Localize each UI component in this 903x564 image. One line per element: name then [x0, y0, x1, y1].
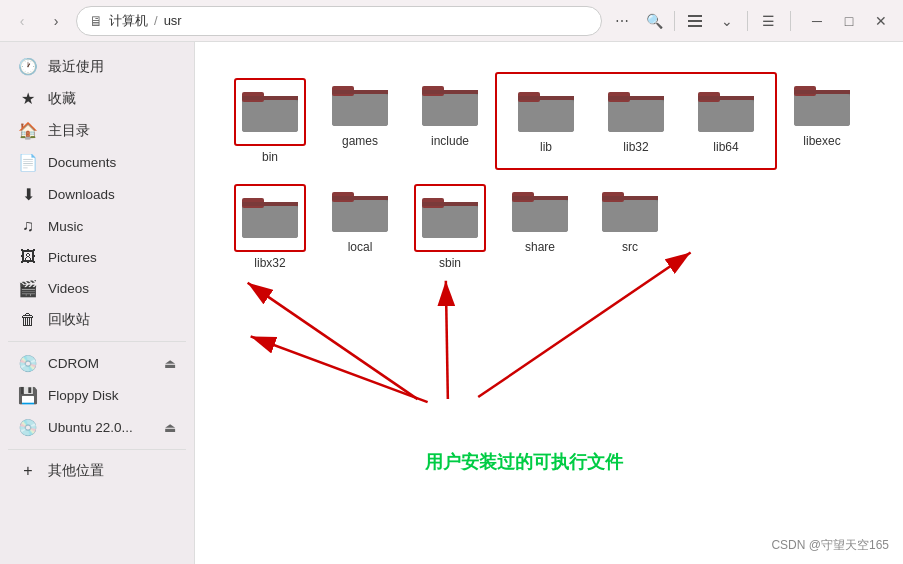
lib-folder-icon	[516, 84, 576, 136]
separator	[674, 11, 675, 31]
toolbar-right: ⋯ 🔍 ⌄ ☰	[608, 7, 782, 35]
games-label: games	[342, 134, 378, 148]
sidebar-item-other[interactable]: + 其他位置	[4, 456, 190, 486]
view-toggle-button[interactable]: ⌄	[713, 7, 741, 35]
folder-lib[interactable]: lib	[501, 78, 591, 164]
titlebar: ‹ › 🖥 计算机 / usr ⋯ 🔍 ⌄ ☰ ─ □ ✕	[0, 0, 903, 42]
svg-rect-34	[242, 202, 298, 206]
svg-rect-18	[518, 96, 574, 100]
sidebar-item-home[interactable]: 🏠 主目录	[4, 115, 190, 146]
sidebar-label-favorites: 收藏	[48, 90, 76, 108]
svg-rect-2	[688, 25, 702, 27]
include-label: include	[431, 134, 469, 148]
sidebar-label-recent: 最近使用	[48, 58, 104, 76]
search-button[interactable]: 🔍	[640, 7, 668, 35]
more-button[interactable]: ⋯	[608, 7, 636, 35]
sidebar-item-favorites[interactable]: ★ 收藏	[4, 83, 190, 114]
eject-ubuntu-button[interactable]: ⏏	[164, 420, 176, 435]
sidebar-item-pictures[interactable]: 🖼 Pictures	[4, 242, 190, 272]
location-root: 计算机	[109, 12, 148, 30]
lib32-folder-icon	[606, 84, 666, 136]
folder-include[interactable]: include	[405, 72, 495, 170]
svg-rect-24	[698, 100, 754, 132]
address-path: usr	[164, 13, 182, 28]
bin-label: bin	[262, 150, 278, 164]
lib32-label: lib32	[623, 140, 648, 154]
svg-rect-30	[794, 90, 850, 94]
window-controls: ─ □ ✕	[803, 7, 895, 35]
include-folder-icon	[420, 78, 480, 130]
share-folder-icon	[510, 184, 570, 236]
sidebar-label-trash: 回收站	[48, 311, 90, 329]
sidebar-divider2	[8, 449, 186, 450]
sidebar-item-downloads[interactable]: ⬇ Downloads	[4, 179, 190, 210]
recent-icon: 🕐	[18, 57, 38, 76]
folder-lib64[interactable]: lib64	[681, 78, 771, 164]
folder-sbin[interactable]: sbin	[405, 178, 495, 276]
lib64-label: lib64	[713, 140, 738, 154]
svg-line-54	[251, 336, 428, 402]
address-bar[interactable]: 🖥 计算机 / usr	[76, 6, 602, 36]
sidebar-item-cdrom[interactable]: 💿 CDROM ⏏	[4, 348, 190, 379]
folder-src[interactable]: src	[585, 178, 675, 276]
pictures-icon: 🖼	[18, 248, 38, 266]
downloads-icon: ⬇	[18, 185, 38, 204]
bin-folder-icon	[240, 84, 300, 136]
close-button[interactable]: ✕	[867, 7, 895, 35]
svg-rect-4	[242, 100, 298, 132]
back-button[interactable]: ‹	[8, 7, 36, 35]
favorites-icon: ★	[18, 89, 38, 108]
sidebar-item-floppy[interactable]: 💾 Floppy Disk	[4, 380, 190, 411]
annotation-text: 用户安装过的可执行文件	[425, 450, 623, 474]
sidebar-item-trash[interactable]: 🗑 回收站	[4, 305, 190, 335]
games-folder-icon	[330, 78, 390, 130]
src-label: src	[622, 240, 638, 254]
svg-rect-14	[422, 90, 478, 94]
menu-button[interactable]: ☰	[754, 7, 782, 35]
main-area: 🕐 最近使用 ★ 收藏 🏠 主目录 📄 Documents ⬇ Download…	[0, 42, 903, 564]
forward-button[interactable]: ›	[42, 7, 70, 35]
libexec-label: libexec	[803, 134, 840, 148]
local-folder-icon	[330, 184, 390, 236]
lib-label: lib	[540, 140, 552, 154]
address-separator: /	[154, 13, 158, 28]
maximize-button[interactable]: □	[835, 7, 863, 35]
sidebar-item-videos[interactable]: 🎬 Videos	[4, 273, 190, 304]
eject-cdrom-button[interactable]: ⏏	[164, 356, 176, 371]
location-icon: 🖥	[89, 13, 103, 29]
view-list-button[interactable]	[681, 7, 709, 35]
file-area: bin games includ	[195, 42, 903, 564]
svg-rect-10	[332, 90, 388, 94]
src-folder-icon	[600, 184, 660, 236]
sidebar-item-ubuntu[interactable]: 💿 Ubuntu 22.0... ⏏	[4, 412, 190, 443]
svg-rect-16	[518, 100, 574, 132]
svg-line-53	[446, 281, 448, 399]
sidebar-item-documents[interactable]: 📄 Documents	[4, 147, 190, 178]
folder-games[interactable]: games	[315, 72, 405, 170]
libexec-folder-icon	[792, 78, 852, 130]
svg-rect-28	[794, 94, 850, 126]
folder-bin[interactable]: bin	[225, 72, 315, 170]
home-icon: 🏠	[18, 121, 38, 140]
lib64-folder-icon	[696, 84, 756, 136]
libx32-folder-icon	[240, 190, 300, 242]
svg-rect-8	[332, 94, 388, 126]
svg-rect-48	[602, 200, 658, 232]
sidebar-item-recent[interactable]: 🕐 最近使用	[4, 51, 190, 82]
sidebar-item-music[interactable]: ♫ Music	[4, 211, 190, 241]
folder-row-1: bin games includ	[215, 62, 883, 170]
svg-rect-50	[602, 196, 658, 200]
svg-rect-20	[608, 100, 664, 132]
sbin-folder-icon	[420, 190, 480, 242]
folder-lib32[interactable]: lib32	[591, 78, 681, 164]
folder-libexec[interactable]: libexec	[777, 72, 867, 170]
sidebar-label-other: 其他位置	[48, 462, 104, 480]
local-label: local	[348, 240, 373, 254]
folder-local[interactable]: local	[315, 178, 405, 276]
folder-share[interactable]: share	[495, 178, 585, 276]
ubuntu-icon: 💿	[18, 418, 38, 437]
svg-rect-36	[332, 200, 388, 232]
folder-libx32[interactable]: libx32	[225, 178, 315, 276]
sidebar-label-downloads: Downloads	[48, 187, 115, 202]
minimize-button[interactable]: ─	[803, 7, 831, 35]
